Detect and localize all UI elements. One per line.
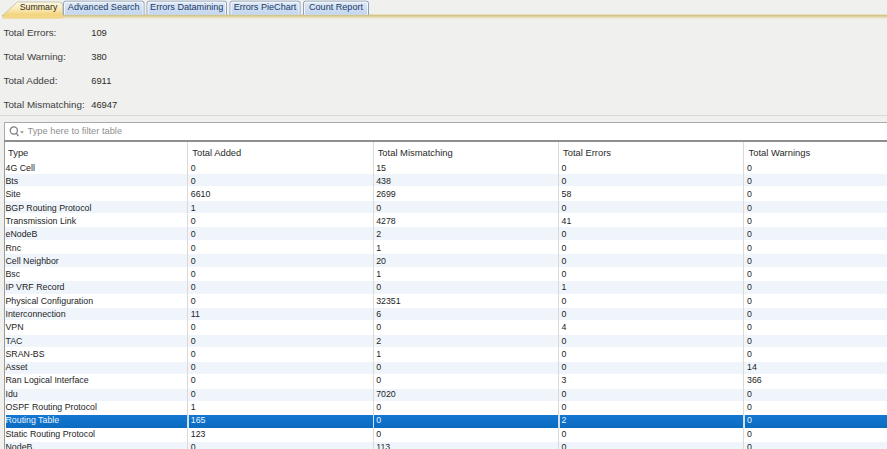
svg-text:Summary: Summary	[20, 2, 58, 12]
svg-text:Errors PieChart: Errors PieChart	[234, 2, 297, 12]
svg-text:Count Report: Count Report	[309, 2, 364, 12]
svg-text:Advanced Search: Advanced Search	[68, 2, 140, 12]
svg-text:Errors Datamining: Errors Datamining	[150, 2, 223, 12]
